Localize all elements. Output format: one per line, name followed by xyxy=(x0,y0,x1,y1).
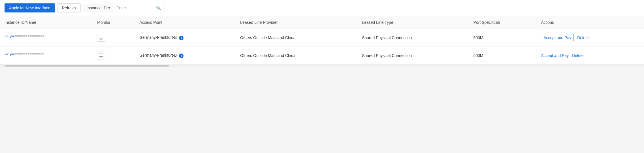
cell-leased-line-provider-1: Others Outside Mainland China xyxy=(236,29,357,47)
cell-actions-2: Accept and Pay Delete xyxy=(536,47,644,65)
col-header-port-spec: Port Specificati xyxy=(469,16,536,29)
col-header-leased-line-provider: Leased Line Provider xyxy=(236,16,357,29)
col-header-access-point: Access Point xyxy=(135,16,236,29)
table-row: pc-gw■■■■■■■■■■■■■■■■ - Germany-Fran xyxy=(0,29,644,47)
delete-link-2[interactable]: Delete xyxy=(572,53,583,58)
filter-select[interactable]: Instance ID xyxy=(83,4,114,12)
search-input[interactable] xyxy=(116,6,156,10)
filter-input-wrap: 🔍 xyxy=(114,4,163,12)
svg-rect-0 xyxy=(99,36,103,39)
cell-access-point-1: Germany-Frankfurt-B i xyxy=(135,29,236,47)
info-icon-2[interactable]: i xyxy=(179,54,184,58)
instance-sub-1: - xyxy=(5,38,88,42)
filter-group: Instance ID 🔍 xyxy=(83,4,164,12)
filter-select-label: Instance ID xyxy=(87,6,107,10)
chevron-down-icon xyxy=(108,7,110,9)
svg-rect-4 xyxy=(99,54,103,57)
col-header-monitor: Monitor xyxy=(93,16,135,29)
cell-leased-line-type-1: Shared Physical Connection xyxy=(357,29,469,47)
apply-new-interface-button[interactable]: Apply for New Interface xyxy=(5,3,55,12)
actions-cell-2: Accept and Pay Delete xyxy=(541,53,639,58)
search-icon[interactable]: 🔍 xyxy=(156,6,161,10)
delete-link-1[interactable]: Delete xyxy=(577,35,588,40)
scrollbar-container xyxy=(0,65,644,67)
accept-and-pay-button-1[interactable]: Accept and Pay xyxy=(541,34,574,41)
instance-sub-2: - xyxy=(5,56,88,60)
cell-instance-id-2: pc-gw■■■■■■■■■■■■■■■■ - xyxy=(0,47,93,65)
cell-port-spec-2: 500M xyxy=(469,47,536,65)
table-row: pc-gw■■■■■■■■■■■■■■■■ - Germany-Fran xyxy=(0,47,644,65)
instance-id-link-1[interactable]: pc-gw■■■■■■■■■■■■■■■■ xyxy=(5,33,67,38)
col-header-actions: Actions xyxy=(536,16,644,29)
actions-cell-1: Accept and Pay Delete xyxy=(541,34,639,41)
cell-leased-line-type-2: Shared Physical Connection xyxy=(357,47,469,65)
col-header-leased-line-type: Leased Line Type xyxy=(357,16,469,29)
toolbar: Apply for New Interface Refresh Instance… xyxy=(0,0,644,16)
cell-monitor-1 xyxy=(93,29,135,47)
instance-id-link-2[interactable]: pc-gw■■■■■■■■■■■■■■■■ xyxy=(5,51,67,56)
cell-port-spec-1: 500M xyxy=(469,29,536,47)
cell-monitor-2 xyxy=(93,47,135,65)
scrollbar-thumb[interactable] xyxy=(5,65,169,67)
cell-leased-line-provider-2: Others Outside Mainland China xyxy=(236,47,357,65)
monitor-icon-2[interactable] xyxy=(97,52,105,60)
table-container: Instance ID/Name Monitor Access Point Le… xyxy=(0,16,644,67)
refresh-button[interactable]: Refresh xyxy=(57,3,81,12)
monitor-icon-1[interactable] xyxy=(97,34,105,42)
cell-actions-1: Accept and Pay Delete xyxy=(536,29,644,47)
col-header-instance-id: Instance ID/Name xyxy=(0,16,93,29)
main-table: Instance ID/Name Monitor Access Point Le… xyxy=(0,16,644,65)
info-icon-1[interactable]: i xyxy=(179,36,184,40)
accept-and-pay-button-2[interactable]: Accept and Pay xyxy=(541,53,569,58)
cell-access-point-2: Germany-Frankfurt-B i xyxy=(135,47,236,65)
cell-instance-id-1: pc-gw■■■■■■■■■■■■■■■■ - xyxy=(0,29,93,47)
